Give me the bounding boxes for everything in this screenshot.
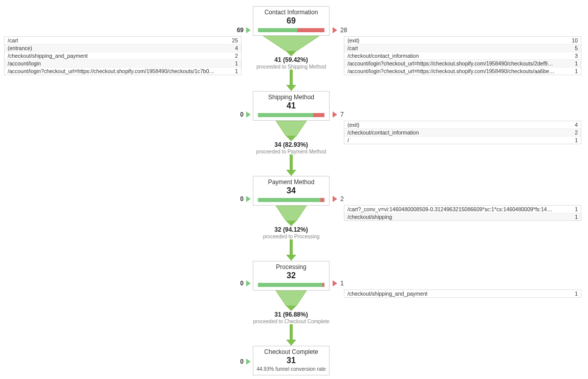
svg-marker-1 — [286, 51, 296, 56]
funnel-icon — [253, 121, 330, 141]
svg-marker-15 — [286, 340, 296, 346]
proceed-label: 41 (59.42%)proceeded to Shipping Method — [253, 56, 330, 70]
table-row[interactable]: /account/login?checkout_url=https://chec… — [344, 68, 581, 75]
incoming-indicator: 0 — [240, 195, 251, 203]
svg-marker-7 — [286, 170, 296, 176]
outgoing-table: (exit)4/checkout/contact_information2/1 — [344, 121, 581, 144]
triangle-right-icon — [246, 196, 251, 202]
step-title: Checkout Complete — [253, 348, 329, 355]
svg-marker-8 — [276, 206, 307, 221]
svg-marker-13 — [286, 306, 296, 311]
svg-marker-0 — [263, 36, 319, 51]
funnel-step: Payment Method 34 — [253, 176, 330, 206]
table-row[interactable]: /cart?_conv_v=vi:1460480008509-0.3124963… — [344, 206, 581, 213]
table-row[interactable]: (exit)10 — [344, 37, 581, 44]
incoming-indicator: 0 — [240, 111, 251, 118]
table-row[interactable]: /cart25 — [5, 37, 241, 44]
proceed-label: 31 (96.88%)proceeded to Checkout Complet… — [253, 311, 330, 324]
progress-bar — [258, 198, 324, 202]
table-row[interactable]: /account/login?checkout_url=https://chec… — [344, 60, 581, 68]
arrow-down-icon — [253, 154, 330, 176]
funnel-step: Shipping Method 41 — [253, 91, 330, 121]
triangle-right-icon — [246, 280, 251, 286]
svg-marker-5 — [286, 136, 296, 141]
triangle-right-icon — [246, 27, 251, 33]
svg-rect-14 — [290, 324, 293, 340]
outgoing-table: /checkout/shipping_and_payment1 — [344, 289, 581, 298]
incoming-indicator: 0 — [240, 280, 251, 287]
proceed-label: 34 (82.93%)proceeded to Payment Method — [253, 141, 330, 154]
proceed-label: 32 (94.12%)proceeded to Processing — [253, 226, 330, 239]
table-row[interactable]: /checkout/shipping1 — [344, 213, 581, 220]
svg-marker-12 — [276, 291, 307, 306]
table-row[interactable]: /1 — [344, 137, 581, 144]
funnel-icon — [253, 36, 330, 56]
funnel-step: Contact Information 69 — [253, 6, 330, 36]
funnel-icon — [253, 206, 330, 226]
table-row[interactable]: (entrance)4 — [5, 44, 241, 52]
table-row[interactable]: /checkout/shipping_and_payment1 — [344, 290, 581, 297]
arrow-down-icon — [253, 239, 330, 261]
table-row[interactable]: /checkout/contact_information2 — [344, 129, 581, 137]
incoming-indicator: 69 — [237, 27, 251, 34]
step-count: 31 — [253, 356, 329, 365]
table-row[interactable]: /checkout/shipping_and_payment2 — [5, 52, 241, 60]
step-count: 34 — [253, 186, 329, 195]
funnel-visualization: { "steps": [ { "title": "Contact Informa… — [0, 0, 588, 379]
table-row[interactable]: /checkout/contact_information3 — [344, 52, 581, 60]
svg-rect-10 — [290, 239, 293, 255]
svg-rect-6 — [290, 154, 293, 170]
table-row[interactable]: /account/login1 — [5, 60, 241, 68]
arrow-down-icon — [253, 324, 330, 346]
step-title: Shipping Method — [253, 94, 329, 101]
step-count: 41 — [253, 101, 329, 110]
outgoing-indicator: 28 — [333, 27, 347, 34]
table-row[interactable]: /account/login?checkout_url=https://chec… — [5, 68, 241, 75]
funnel-icon — [253, 291, 330, 311]
triangle-right-icon — [333, 280, 337, 286]
svg-rect-2 — [290, 70, 293, 85]
step-title: Payment Method — [253, 179, 329, 186]
funnel-step: Checkout Complete 31 44.93% funnel conve… — [253, 346, 330, 375]
triangle-right-icon — [246, 112, 251, 118]
triangle-right-icon — [246, 359, 251, 365]
outgoing-indicator: 7 — [333, 111, 344, 118]
progress-bar — [258, 283, 324, 287]
triangle-right-icon — [333, 27, 337, 33]
step-count: 69 — [253, 16, 329, 26]
table-row[interactable]: /cart5 — [344, 44, 581, 52]
svg-marker-3 — [286, 85, 296, 91]
outgoing-indicator: 2 — [333, 195, 344, 203]
step-count: 32 — [253, 271, 329, 280]
step-title: Contact Information — [253, 9, 329, 16]
outgoing-table: (exit)10/cart5/checkout/contact_informat… — [344, 36, 581, 75]
incoming-table: /cart25(entrance)4/checkout/shipping_and… — [4, 36, 242, 75]
incoming-indicator: 0 — [240, 358, 251, 365]
step-title: Processing — [253, 263, 329, 271]
triangle-right-icon — [333, 112, 337, 118]
arrow-down-icon — [253, 70, 330, 91]
outgoing-table: /cart?_conv_v=vi:1460480008509-0.3124963… — [344, 205, 581, 221]
triangle-right-icon — [333, 196, 337, 202]
progress-bar — [258, 113, 324, 117]
progress-bar — [258, 28, 324, 32]
svg-marker-11 — [286, 255, 296, 261]
table-row[interactable]: (exit)4 — [344, 121, 581, 129]
conversion-rate: 44.93% funnel conversion rate — [253, 366, 329, 372]
svg-marker-9 — [286, 221, 296, 226]
svg-marker-4 — [276, 121, 307, 136]
outgoing-indicator: 1 — [333, 280, 344, 287]
funnel-step: Processing 32 — [253, 261, 330, 291]
